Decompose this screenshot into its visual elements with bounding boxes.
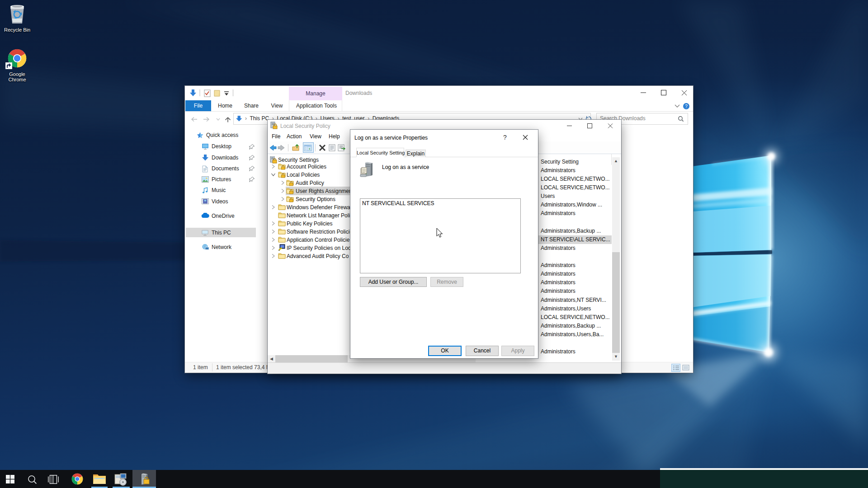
svg-text:?: ? bbox=[503, 134, 507, 141]
svg-text:?: ? bbox=[685, 104, 688, 109]
